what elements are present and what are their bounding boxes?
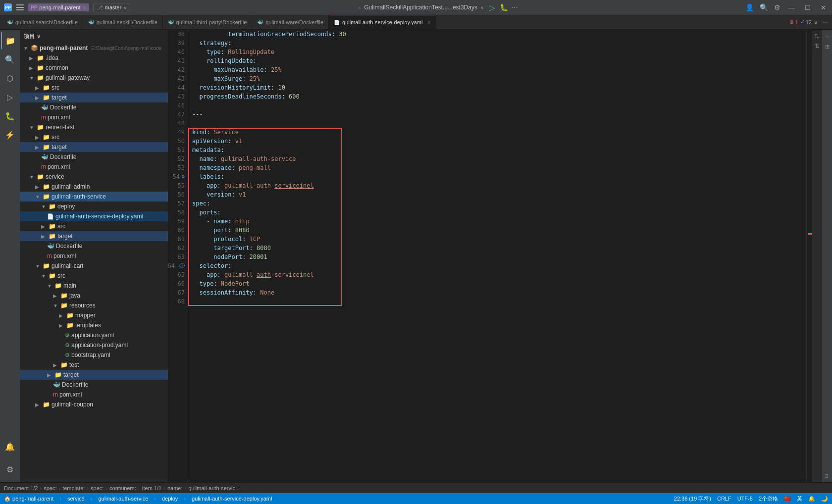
code-content[interactable]: terminationGracePeriodSeconds: 30 strate… — [188, 30, 806, 482]
line-number: 43 — [171, 74, 185, 83]
status-line-ending[interactable]: CRLF — [717, 496, 731, 502]
tree-item-renren-pom[interactable]: m pom.xml — [20, 162, 168, 172]
right-sidebar-icon1[interactable]: ≡ — [826, 34, 829, 40]
more-options-icon[interactable]: ⋯ — [511, 3, 518, 11]
tree-item-cart-java[interactable]: ▶ 📁 java — [20, 291, 168, 301]
hamburger-menu[interactable] — [16, 4, 24, 10]
tree-item-gateway-pom[interactable]: m pom.xml — [20, 112, 168, 122]
tree-item-cart-test[interactable]: ▶ 📁 test — [20, 360, 168, 370]
tree-item-deploy[interactable]: ▼ 📁 deploy — [20, 202, 168, 211]
minimap-marker — [808, 233, 812, 235]
tree-item-cart-target[interactable]: ▶ 📁 target — [20, 370, 168, 380]
tab-third-party-dockerfile[interactable]: 🐳 gulimall-third-party\Dockerfile — [163, 15, 252, 30]
tree-item-common[interactable]: ▶ 📁 common — [20, 63, 168, 73]
minimize-button[interactable]: — — [786, 4, 797, 11]
tree-item-renren[interactable]: ▼ 📁 renren-fast — [20, 122, 168, 132]
tree-item-cart-main[interactable]: ▼ 📁 main — [20, 281, 168, 291]
yaml-icon: ⚙ — [65, 352, 70, 358]
tree-label: application-prod.yaml — [71, 342, 128, 349]
tab-close-icon[interactable]: ✕ — [427, 20, 431, 25]
tree-item-gateway[interactable]: ▼ 📁 gulimall-gateway — [20, 73, 168, 83]
tree-item-auth-docker[interactable]: 🐳 Dockerfile — [20, 241, 168, 251]
line-number: 66 — [171, 279, 185, 288]
tree-item-auth-target[interactable]: ▶ 📁 target — [20, 231, 168, 241]
line-icon[interactable]: →ⓘ — [177, 261, 185, 270]
tree-arrow: ▶ — [59, 313, 65, 318]
tab-list-icon[interactable]: ∨ — [814, 19, 818, 26]
sidebar-debug-icon[interactable]: 🐛 — [1, 107, 19, 125]
tree-item-bootstrap-yaml[interactable]: ⚙ bootstrap.yaml — [20, 350, 168, 360]
tab-seckill-dockerfile[interactable]: 🐳 gulimall-seckill\Dockerfile — [83, 15, 163, 30]
tree-item-app-prod-yaml[interactable]: ⚙ application-prod.yaml — [20, 340, 168, 350]
docker-icon: 🐳 — [168, 19, 174, 25]
right-sidebar-icon2[interactable]: ⊞ — [825, 44, 830, 50]
tree-item-deploy-yaml[interactable]: 📄 gulimall-auth-service-deploy.yaml — [20, 211, 168, 221]
sidebar-run-icon[interactable]: ▷ — [1, 88, 19, 106]
sidebar-icons: 📁 🔍 ⬡ ▷ 🐛 ⚡ 🔔 ⚙ — [0, 30, 20, 482]
tab-search-dockerfile[interactable]: 🐳 gulimall-search\Dockerfile — [2, 15, 83, 30]
tree-item-auth-pom[interactable]: m pom.xml — [20, 251, 168, 261]
breadcrumb-doc: Document 1/2 — [4, 485, 38, 491]
sidebar-vcs-icon[interactable]: ⬡ — [1, 69, 19, 87]
tree-item-auth-service[interactable]: ▼ 📁 gulimall-auth-service — [20, 192, 168, 202]
tab-overflow-icon[interactable]: ⋯ — [822, 19, 828, 26]
tree-item-auth-src[interactable]: ▶ 📁 src — [20, 221, 168, 231]
folder-icon: 📁 — [60, 302, 68, 309]
folder-icon: 📁 — [49, 203, 56, 210]
minimap[interactable] — [806, 30, 812, 482]
tab-label: gulimall-search\Dockerfile — [15, 19, 78, 25]
tree-item-renren-docker[interactable]: 🐳 Dockerfile — [20, 152, 168, 162]
sidebar-notification-icon[interactable]: 🔔 — [1, 438, 19, 455]
sidebar-settings-icon[interactable]: ⚙ — [1, 460, 19, 478]
tree-label: application.yaml — [71, 332, 114, 339]
status-moon-icon[interactable]: 🌙 — [821, 496, 828, 502]
sidebar-search-icon[interactable]: 🔍 — [1, 50, 19, 68]
arrow-left-right-icon[interactable]: ⇄ — [814, 34, 821, 39]
close-button[interactable]: ✕ — [819, 4, 828, 11]
run-button[interactable]: ▷ — [487, 2, 497, 12]
sidebar-plugin-icon[interactable]: ⚡ — [1, 126, 19, 144]
branch-badge[interactable]: ⎇ master ∨ — [93, 3, 131, 12]
status-encoding[interactable]: UTF-8 — [737, 496, 753, 502]
code-line — [192, 297, 802, 306]
tree-item-renren-target[interactable]: ▶ 📁 target — [20, 142, 168, 152]
profile-icon[interactable]: 👤 — [745, 3, 754, 11]
tree-item-gateway-src[interactable]: ▶ 📁 src — [20, 83, 168, 93]
tree-item-renren-src[interactable]: ▶ 📁 src — [20, 132, 168, 142]
tree-item-admin[interactable]: ▶ 📁 gulimall-admin — [20, 182, 168, 192]
tree-arrow: ▶ — [35, 95, 41, 101]
maximize-button[interactable]: ☐ — [803, 4, 813, 11]
status-notification-icon[interactable]: 🔔 — [808, 496, 815, 502]
folder-icon: 📁 — [49, 233, 56, 240]
file-tree-content[interactable]: ▼ 📦 peng-mall-parent E:\Data\gitCode\pen… — [20, 43, 168, 482]
tree-item-cart-mapper[interactable]: ▶ 📁 mapper — [20, 310, 168, 320]
tree-item-gateway-docker[interactable]: 🐳 Dockerfile — [20, 102, 168, 112]
project-badge[interactable]: PP peng-mall-parent ∨ — [28, 3, 89, 11]
tree-item-cart-templates[interactable]: ▶ 📁 templates — [20, 320, 168, 330]
tree-item-service[interactable]: ▼ 📁 service — [20, 172, 168, 182]
tree-label: renren-fast — [46, 124, 74, 131]
code-editor[interactable]: 38 39 40 41 42 43 44 45 46 47 48 49 50 5… — [168, 30, 822, 482]
tree-item-app-yaml[interactable]: ⚙ application.yaml — [20, 330, 168, 340]
tree-item-root[interactable]: ▼ 📦 peng-mall-parent E:\Data\gitCode\pen… — [20, 43, 168, 53]
folder-icon: 📁 — [43, 262, 50, 269]
status-lang[interactable]: 英 — [797, 495, 802, 503]
tree-item-gateway-target[interactable]: ▶ 📁 target — [20, 93, 168, 102]
status-indent[interactable]: 2个空格 — [759, 495, 778, 503]
search-icon[interactable]: 🔍 — [760, 3, 768, 11]
tab-ware-dockerfile[interactable]: 🐳 gulimall-ware\Dockerfile — [252, 15, 329, 30]
tree-item-cart-pom[interactable]: m pom.xml — [20, 390, 168, 400]
sidebar-explorer-icon[interactable]: 📁 — [1, 32, 19, 50]
tree-item-coupon[interactable]: ▶ 📁 gulimall-coupon — [20, 400, 168, 409]
arrow-up-down-icon[interactable]: ⇅ — [815, 43, 820, 50]
tree-item-cart-resources[interactable]: ▼ 📁 resources — [20, 301, 168, 310]
tab-auth-deploy-yaml[interactable]: 📄 gulimall-auth-service-deploy.yaml ✕ — [329, 15, 436, 30]
debug-icon[interactable]: 🐛 — [500, 3, 508, 11]
yaml-icon: ⚙ — [65, 332, 70, 339]
tree-item-cart[interactable]: ▼ 📁 gulimall-cart — [20, 261, 168, 271]
tree-item-cart-src[interactable]: ▼ 📁 src — [20, 271, 168, 281]
code-line: version: v1 — [192, 190, 802, 199]
tree-item-cart-docker[interactable]: 🐳 Dockerfile — [20, 380, 168, 390]
tree-item-idea[interactable]: ▶ 📁 .idea — [20, 53, 168, 63]
settings-icon[interactable]: ⚙ — [774, 3, 780, 11]
